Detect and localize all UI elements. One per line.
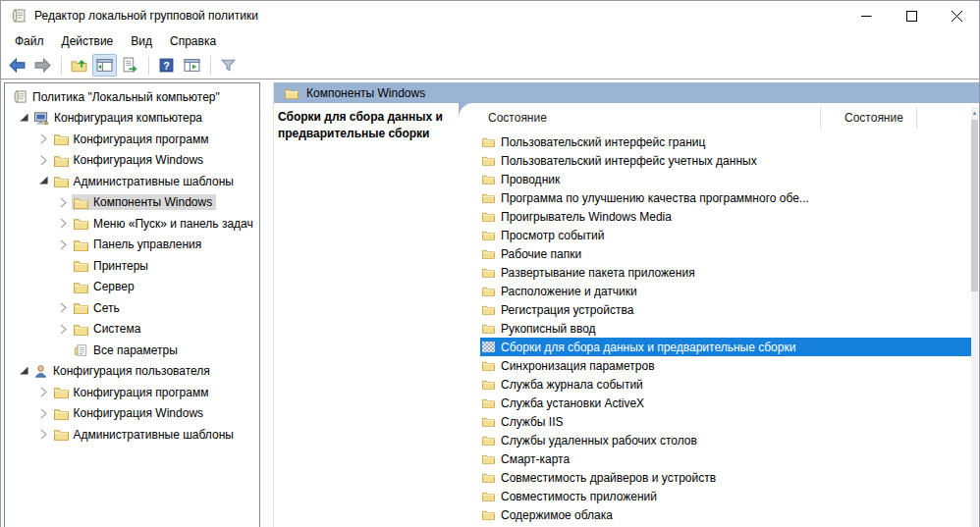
tree-item[interactable]: Конфигурация Windows — [5, 403, 259, 425]
chevron-right-icon[interactable] — [35, 427, 52, 443]
show-console-tree-button[interactable] — [92, 54, 117, 77]
chevron-right-icon[interactable] — [35, 405, 52, 421]
list-item-label: Служба журнала событий — [501, 378, 643, 392]
export-list-button[interactable] — [118, 54, 142, 77]
column-header-state-1[interactable]: Состояние — [488, 111, 547, 125]
list-item[interactable]: Совместимость приложений — [480, 487, 972, 505]
vertical-scrollbar[interactable]: ▲ — [971, 107, 978, 527]
selected-item-description: Сборки для сбора данных и предварительны… — [278, 109, 463, 142]
list-item-label: Расположение и датчики — [501, 285, 637, 298]
list-item-label: Программа по улучшению качества программ… — [501, 191, 809, 205]
tree-item[interactable]: Принтеры — [5, 255, 259, 277]
show-console-tree-icon — [96, 57, 113, 74]
tree-item[interactable]: Политика "Локальный компьютер" — [5, 86, 259, 108]
list-item[interactable]: Службы IIS — [480, 412, 972, 431]
list-item[interactable]: Расположение и датчики — [480, 282, 972, 300]
close-button[interactable] — [934, 1, 979, 30]
menu-2[interactable]: Действие — [53, 32, 123, 50]
app-icon — [11, 8, 27, 24]
tree-item[interactable]: Сервер — [5, 277, 259, 298]
maximize-button[interactable] — [889, 1, 934, 30]
list-item-label: Смарт-карта — [501, 452, 570, 466]
tree-item[interactable]: Конфигурация компьютера — [5, 108, 259, 130]
tree-item[interactable]: Конфигурация пользователя — [5, 361, 259, 383]
chevron-right-icon[interactable] — [55, 237, 72, 252]
chevron-right-icon[interactable] — [35, 132, 52, 147]
folder-icon — [482, 416, 495, 427]
list-item[interactable]: Рукописный ввод — [480, 319, 972, 338]
list-item[interactable]: Службы удаленных рабочих столов — [480, 431, 972, 449]
tree-item[interactable]: Административные шаблоны — [5, 424, 259, 446]
list-item[interactable]: Пользовательский интерфейс границ — [480, 132, 972, 151]
banner-title: Компоненты Windows — [306, 86, 425, 100]
list-item[interactable]: Содержимое облака — [480, 505, 972, 524]
chevron-right-icon[interactable] — [55, 300, 72, 316]
selected-folder-icon — [482, 342, 495, 352]
all-settings-icon — [74, 343, 88, 357]
results-pane: Компоненты Windows Сборки для сбора данн… — [273, 82, 979, 527]
menu-1[interactable]: Файл — [6, 32, 53, 50]
chevron-down-icon[interactable] — [15, 110, 31, 126]
list-item[interactable]: Сборки для сбора данных и предварительны… — [480, 338, 972, 356]
tree-item[interactable]: Административные шаблоны — [5, 171, 259, 192]
list-item[interactable]: Служба журнала событий — [480, 375, 972, 394]
chevron-right-icon[interactable] — [35, 152, 52, 168]
list-item[interactable]: Пользовательский интерфейс учетных данны… — [480, 151, 972, 170]
tree-item[interactable]: Система — [5, 319, 259, 341]
tree-item[interactable]: Конфигурация Windows — [5, 150, 259, 172]
help-button[interactable]: ? — [154, 54, 179, 77]
items-list: Пользовательский интерфейс границ Пользо… — [459, 132, 979, 527]
folder-icon — [54, 132, 69, 145]
menu-3[interactable]: Вид — [122, 32, 161, 50]
list-item[interactable]: Программа по улучшению качества программ… — [480, 188, 972, 207]
list-item-label: Служба установки ActiveX — [501, 396, 644, 410]
list-item[interactable]: Синхронизация параметров — [480, 356, 972, 375]
folder-icon — [482, 323, 495, 334]
column-divider[interactable] — [916, 107, 917, 129]
column-divider[interactable] — [820, 107, 821, 129]
forward-button[interactable] — [30, 54, 55, 77]
tree-item-label: Сеть — [93, 301, 120, 315]
folder-icon — [482, 230, 495, 240]
folder-icon — [482, 304, 495, 315]
list-item[interactable]: Регистрация устройства — [480, 300, 972, 319]
list-item[interactable]: Развертывание пакета приложения — [480, 263, 972, 282]
list-item[interactable]: Смарт-карта — [480, 449, 972, 468]
chevron-down-icon[interactable] — [15, 363, 31, 379]
chevron-right-icon[interactable] — [35, 385, 52, 400]
minimize-button[interactable] — [844, 1, 889, 30]
up-one-level-button[interactable] — [67, 54, 91, 77]
tree-item[interactable]: Сеть — [5, 297, 259, 319]
list-item[interactable]: Совместимость драйверов и устройств — [480, 468, 972, 487]
folder-icon — [482, 472, 495, 483]
list-item-label: Службы IIS — [501, 415, 563, 429]
folder-icon — [54, 154, 69, 167]
up-one-level-icon — [71, 57, 87, 74]
menu-4[interactable]: Справка — [161, 32, 225, 50]
tree-item[interactable]: Все параметры — [5, 340, 259, 361]
results-banner: Компоненты Windows — [274, 82, 979, 103]
filter-button[interactable] — [216, 54, 241, 77]
back-button[interactable] — [5, 54, 29, 77]
chevron-right-icon[interactable] — [55, 194, 72, 210]
chevron-right-icon[interactable] — [55, 216, 72, 232]
list-item[interactable]: Проводник — [480, 170, 972, 188]
chevron-down-icon[interactable] — [35, 174, 52, 189]
tree-item[interactable]: Конфигурация программ — [5, 129, 259, 150]
list-item[interactable]: Служба установки ActiveX — [480, 394, 972, 412]
tree-item-label: Политика "Локальный компьютер" — [32, 90, 220, 104]
tree-item[interactable]: Конфигурация программ — [5, 382, 259, 403]
chevron-right-icon[interactable] — [55, 321, 72, 337]
list-item[interactable]: Проигрыватель Windows Media — [480, 207, 972, 226]
scroll-up-icon[interactable]: ▲ — [971, 109, 978, 117]
tree-item[interactable]: Компоненты Windows — [5, 192, 259, 214]
tree-item[interactable]: Панель управления — [5, 235, 259, 256]
tree-item[interactable]: Меню «Пуск» и панель задач — [5, 213, 259, 235]
title-bar[interactable]: Редактор локальной групповой политики — [1, 1, 979, 30]
column-header-state-2[interactable]: Состояние — [844, 111, 903, 125]
tree-item-label: Административные шаблоны — [74, 428, 234, 442]
list-item[interactable]: Рабочие папки — [480, 244, 972, 263]
show-extended-view-button[interactable] — [180, 54, 204, 77]
list-item[interactable]: Просмотр событий — [480, 226, 972, 244]
scrollbar-thumb[interactable] — [971, 120, 978, 291]
